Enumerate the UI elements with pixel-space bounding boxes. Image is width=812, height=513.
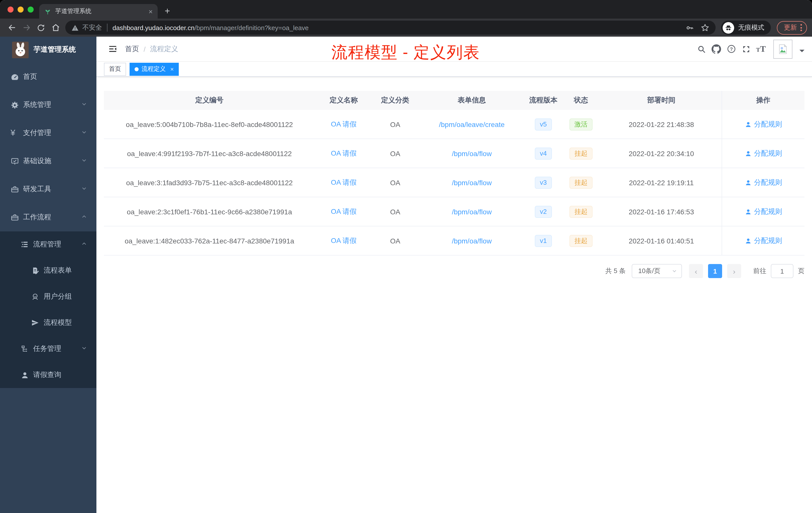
browser-window: 芋道管理系统 × + 不安全 dashboard.yudao.iocoder.c…	[0, 0, 812, 513]
reload-icon[interactable]	[34, 21, 48, 34]
close-window-button[interactable]	[7, 6, 13, 12]
assign-rule-link[interactable]: 分配规则	[745, 149, 782, 158]
sidebar-item-process-management[interactable]: 流程管理	[0, 232, 96, 258]
fullscreen-icon[interactable]	[742, 44, 751, 54]
definition-name-link[interactable]: OA 请假	[331, 120, 357, 129]
sidebar-item-payment-management[interactable]: ¥ 支付管理	[0, 119, 96, 147]
gear-icon	[10, 101, 23, 109]
definition-category: OA	[373, 227, 418, 255]
status-badge: 挂起	[570, 176, 592, 188]
definition-name-link[interactable]: OA 请假	[331, 207, 357, 216]
pagination: 共 5 条 10条/页 ‹ 1 › 前往 页	[104, 264, 805, 278]
page-content: 定义编号 定义名称 定义分类 表单信息 流程版本 状态 部署时间 操作 oa_l…	[96, 77, 812, 513]
definition-category: OA	[373, 139, 418, 168]
definition-name-link[interactable]: OA 请假	[331, 149, 357, 158]
sidebar-item-leave-query[interactable]: 请假查询	[0, 362, 96, 388]
tab-close-icon[interactable]: ×	[149, 7, 153, 15]
sidebar-item-process-form[interactable]: 流程表单	[0, 258, 96, 283]
definition-name-link[interactable]: OA 请假	[331, 178, 357, 187]
form-link[interactable]: /bpm/oa/flow	[452, 237, 492, 245]
briefcase-icon	[10, 213, 23, 221]
app-title: 芋道管理系统	[34, 45, 76, 54]
table-header: 定义编号 定义名称 定义分类 表单信息 流程版本 状态 部署时间 操作	[104, 91, 805, 110]
tag-close-icon[interactable]: ×	[170, 65, 174, 72]
forward-icon[interactable]	[20, 21, 33, 34]
version-badge: v3	[535, 176, 552, 188]
status-badge: 挂起	[570, 235, 592, 247]
sidebar-item-dev-tools[interactable]: 研发工具	[0, 175, 96, 203]
url-text: dashboard.yudao.iocoder.cn/bpm/manager/d…	[113, 24, 309, 31]
sidebar-fold-icon[interactable]	[100, 44, 125, 54]
form-link[interactable]: /bpm/oa/flow	[452, 208, 492, 216]
sidebar-item-task-management[interactable]: 任务管理	[0, 336, 96, 362]
chevron-down-icon	[81, 157, 87, 165]
version-badge: v1	[535, 235, 552, 247]
paper-plane-icon	[31, 319, 44, 327]
assign-rule-link[interactable]: 分配规则	[745, 178, 782, 187]
password-key-icon[interactable]	[686, 23, 694, 32]
deploy-time: 2022-01-22 19:19:11	[601, 168, 722, 197]
status-badge: 挂起	[570, 206, 592, 218]
goto-page-input[interactable]	[771, 264, 793, 278]
address-bar[interactable]: 不安全 dashboard.yudao.iocoder.cn/bpm/manag…	[65, 21, 716, 35]
sidebar-item-home[interactable]: 首页	[0, 63, 96, 91]
page-size-select[interactable]: 10条/页	[632, 264, 682, 278]
search-icon[interactable]	[697, 44, 706, 54]
minimize-window-button[interactable]	[18, 6, 24, 12]
page-unit-label: 页	[798, 267, 805, 276]
back-icon[interactable]	[5, 21, 19, 34]
breadcrumb-current: 流程定义	[150, 44, 178, 54]
zoom-window-button[interactable]	[28, 6, 34, 12]
person-icon	[745, 237, 752, 244]
briefcase-icon	[10, 185, 23, 193]
sidebar-item-system-management[interactable]: 系统管理	[0, 91, 96, 119]
browser-update-menu-button[interactable]: 更新	[777, 21, 807, 34]
avatar-dropdown-caret-icon[interactable]	[800, 50, 805, 55]
form-link[interactable]: /bpm/oa/flow	[452, 149, 492, 157]
status-badge: 挂起	[570, 147, 592, 159]
tag-process-definition[interactable]: 流程定义 ×	[129, 62, 179, 76]
incognito-badge: 无痕模式	[721, 21, 771, 35]
help-icon[interactable]: ?	[726, 44, 736, 54]
svg-text:?: ?	[730, 47, 733, 52]
form-link[interactable]: /bpm/oa/leave/create	[439, 120, 505, 128]
avatar[interactable]	[773, 39, 792, 58]
sidebar-item-workflow[interactable]: 工作流程	[0, 203, 96, 232]
person-icon	[745, 121, 752, 128]
table-row: oa_leave:4:991f2193-7b7f-11ec-a3c8-acde4…	[104, 139, 805, 168]
chevron-down-icon	[671, 268, 677, 274]
browser-tab[interactable]: 芋道管理系统 ×	[39, 4, 158, 19]
form-link[interactable]: /bpm/oa/flow	[452, 178, 492, 186]
prev-page-button[interactable]: ‹	[689, 264, 703, 278]
tag-home[interactable]: 首页	[104, 62, 126, 76]
dashboard-icon	[10, 72, 23, 81]
user-group-icon	[31, 293, 44, 301]
sidebar-item-user-group[interactable]: 用户分组	[0, 283, 96, 310]
home-icon[interactable]	[49, 21, 62, 34]
definition-table: 定义编号 定义名称 定义分类 表单信息 流程版本 状态 部署时间 操作 oa_l…	[104, 91, 805, 255]
current-page-button[interactable]: 1	[708, 264, 722, 278]
font-size-icon[interactable]: TT	[756, 44, 766, 54]
bookmark-star-icon[interactable]	[700, 23, 709, 32]
assign-rule-link[interactable]: 分配规则	[745, 207, 782, 216]
deploy-time: 2022-01-22 20:34:10	[601, 139, 722, 168]
table-row: oa_leave:3:1fad3d93-7b75-11ec-a3c8-acde4…	[104, 168, 805, 197]
breadcrumb-home[interactable]: 首页	[125, 44, 139, 54]
github-icon[interactable]	[711, 44, 721, 54]
assign-rule-link[interactable]: 分配规则	[745, 236, 782, 245]
definition-id: oa_leave:1:482ec033-762a-11ec-8477-a2380…	[104, 227, 315, 255]
next-page-button[interactable]: ›	[727, 264, 741, 278]
person-icon	[745, 208, 752, 215]
assign-rule-link[interactable]: 分配规则	[745, 120, 782, 129]
app-logo: 芋道管理系统	[0, 37, 96, 63]
table-row: oa_leave:1:482ec033-762a-11ec-8477-a2380…	[104, 227, 805, 255]
sidebar-item-infrastructure[interactable]: 基础设施	[0, 147, 96, 175]
logo-rabbit-avatar	[12, 41, 29, 58]
chevron-down-icon	[81, 185, 87, 193]
definition-name-link[interactable]: OA 请假	[331, 236, 357, 245]
sidebar-item-process-model[interactable]: 流程模型	[0, 310, 96, 336]
new-tab-button[interactable]: +	[165, 6, 170, 16]
definition-category: OA	[373, 110, 418, 139]
yen-icon: ¥	[10, 128, 23, 138]
security-label[interactable]: 不安全	[82, 23, 102, 32]
